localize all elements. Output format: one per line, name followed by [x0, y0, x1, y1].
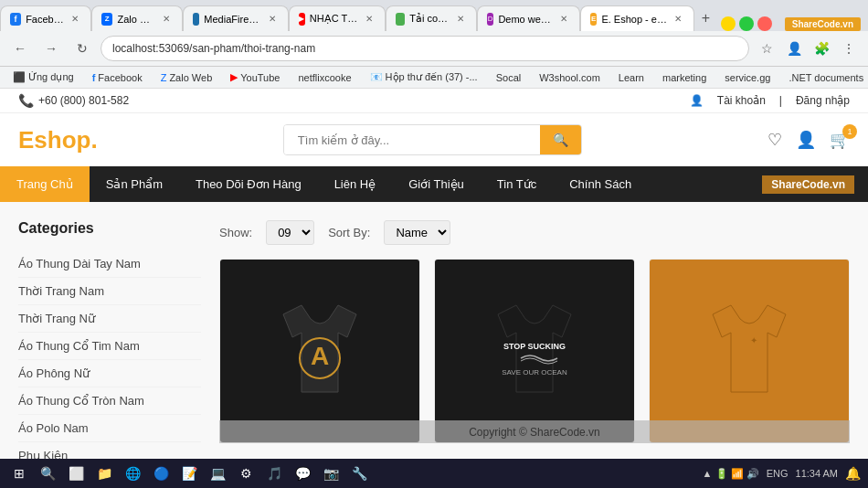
- profile-button[interactable]: 👤: [782, 37, 806, 60]
- maximize-button[interactable]: [739, 16, 754, 31]
- sidebar-item-aopolonam[interactable]: Áo Polo Nam: [18, 415, 201, 442]
- cart-icon[interactable]: 🛒 1: [830, 130, 850, 150]
- tab-eshop[interactable]: E E. Eshop - eCommerce H... ✕: [580, 5, 694, 31]
- tab-taicode-close[interactable]: ✕: [454, 13, 467, 25]
- sidebar-item-thoitrangnam[interactable]: Thời Trang Nam: [18, 278, 201, 305]
- main-nav: Trang Chủ Sản Phẩm Theo Dõi Đơn Hàng Liê…: [0, 166, 868, 202]
- product-card-1[interactable]: A: [219, 259, 420, 443]
- reload-button[interactable]: ↻: [69, 36, 95, 61]
- tab-facebook[interactable]: f Facebook ✕: [0, 5, 91, 31]
- close-button[interactable]: [757, 16, 772, 31]
- site-logo[interactable]: Eshop.: [18, 126, 98, 154]
- bookmark-netdocs[interactable]: .NET documents: [783, 70, 868, 85]
- product-card-3[interactable]: ✦: [649, 259, 850, 443]
- menu-button[interactable]: ⋮: [837, 37, 861, 60]
- sidebar-item-aothungcotronnam[interactable]: Áo Thung Cổ Tròn Nam: [18, 387, 201, 415]
- taskbar-chrome[interactable]: 🔵: [149, 461, 173, 485]
- nav-tintuc-label: Tin Tức: [497, 177, 536, 191]
- bookmark-facebook[interactable]: f Facebook: [87, 70, 148, 85]
- bookmark-gmail-label: Hộp thư đến (37) -...: [386, 71, 478, 83]
- nav-item-tintuc[interactable]: Tin Tức: [481, 166, 553, 202]
- taskbar-vscode[interactable]: 📝: [177, 461, 201, 485]
- tab-taicodelne[interactable]: Tải code lên ✕: [386, 5, 477, 31]
- taskbar-app1[interactable]: ⚙: [234, 461, 258, 485]
- tab-zalo-close[interactable]: ✕: [160, 13, 173, 25]
- bookmark-zalo-label: Zalo Web: [169, 72, 212, 83]
- bookmark-zalo[interactable]: Z Zalo Web: [155, 70, 218, 85]
- nav-sanpham-label: Sản Phẩm: [106, 177, 163, 191]
- login-link[interactable]: Đăng nhập: [796, 94, 850, 107]
- site-header: Eshop. 🔍 ♡ 👤 🛒 1: [0, 113, 868, 166]
- taskbar-edge[interactable]: 🌐: [121, 461, 144, 485]
- products-area: Show: 09 Sort By: Name: [219, 220, 850, 488]
- bookmark-gmail[interactable]: 📧 Hộp thư đến (37) -...: [365, 69, 483, 85]
- nav-item-theodoidonhang[interactable]: Theo Dõi Đơn Hàng: [179, 166, 318, 202]
- sidebar-item-thoitrangnu[interactable]: Thời Trang Nữ: [18, 305, 201, 333]
- bookmark-ungdung[interactable]: ⬛ Ứng dụng: [7, 69, 79, 85]
- search-input[interactable]: [284, 125, 540, 154]
- nav-lienhe-label: Liên Hệ: [334, 177, 376, 191]
- bookmark-netdocs-label: .NET documents: [789, 72, 863, 83]
- wishlist-icon[interactable]: ♡: [767, 130, 782, 150]
- notification-button[interactable]: 🔔: [845, 466, 861, 481]
- nav-theodoidonhang-label: Theo Dõi Đơn Hàng: [196, 177, 302, 191]
- bookmark-ungdung-label: Ứng dụng: [28, 71, 74, 83]
- bookmark-netflix[interactable]: netflixcooke: [292, 70, 356, 85]
- tab-mediafire[interactable]: MediaFire - File sharin... ✕: [183, 5, 289, 31]
- tab-zalo[interactable]: Z Zalo Web ✕: [91, 5, 183, 31]
- taskbar-app4[interactable]: 📷: [319, 461, 343, 485]
- tab-facebook-close[interactable]: ✕: [69, 13, 81, 25]
- search-taskbar-button[interactable]: 🔍: [36, 461, 59, 485]
- eshop-favicon: E: [590, 13, 597, 26]
- nav-item-trangchu[interactable]: Trang Chủ: [0, 166, 90, 202]
- forward-button[interactable]: →: [38, 36, 64, 61]
- bookmark-learn[interactable]: Learn: [613, 70, 650, 85]
- search-button[interactable]: 🔍: [540, 125, 581, 154]
- sidebar-item-aothungdaitaynam[interactable]: Áo Thung Dài Tay Nam: [18, 250, 201, 278]
- nav-item-lienhe[interactable]: Liên Hệ: [318, 166, 393, 202]
- address-bar[interactable]: localhost:53069/san-pham/thoi-trang-nam: [101, 36, 749, 61]
- sidebar-item-aophongnu[interactable]: Áo Phông Nữ: [18, 360, 201, 387]
- bookmark-star-button[interactable]: ☆: [755, 37, 778, 60]
- tab-eshop-close[interactable]: ✕: [672, 13, 684, 25]
- taskbar-terminal[interactable]: 💻: [206, 461, 229, 485]
- bookmark-servicegg[interactable]: service.gg: [719, 70, 776, 85]
- sharecode-top-logo: ShareCode.vn: [785, 17, 861, 31]
- tab-demo[interactable]: D Demo website ASP N... ✕: [477, 5, 580, 31]
- tab-nhactreremix-close[interactable]: ✕: [363, 13, 376, 25]
- bookmark-w3school[interactable]: W3shool.com: [534, 70, 606, 85]
- back-button[interactable]: ←: [7, 36, 33, 61]
- nav-item-sanpham[interactable]: Sản Phẩm: [90, 166, 179, 202]
- main-content: Categories Áo Thung Dài Tay Nam Thời Tra…: [0, 202, 868, 488]
- taskview-button[interactable]: ⬜: [64, 461, 88, 485]
- header-icons: ♡ 👤 🛒 1: [767, 130, 850, 150]
- sidebar-item-aothungcotimnam[interactable]: Áo Thung Cổ Tim Nam: [18, 333, 201, 360]
- minimize-button[interactable]: [721, 16, 736, 31]
- phone-icon: 📞: [18, 93, 34, 108]
- nav-chinhsach-label: Chính Sách: [569, 177, 631, 191]
- account-link[interactable]: Tài khoản: [717, 94, 766, 107]
- product-card-2[interactable]: STOP SUCKING SAVE OUR OCEAN: [434, 259, 635, 443]
- tab-demo-close[interactable]: ✕: [557, 13, 570, 25]
- bookmark-w3school-label: W3shool.com: [539, 72, 600, 83]
- taskbar-file-explorer[interactable]: 📁: [92, 461, 116, 485]
- tab-nhactreremix[interactable]: ▶ NHẠC TRẺ REMIX... ✕: [289, 5, 386, 31]
- show-select[interactable]: 09: [266, 220, 314, 245]
- taskbar-app2[interactable]: 🎵: [262, 461, 286, 485]
- tab-mediafire-close[interactable]: ✕: [266, 13, 279, 25]
- bookmark-socal[interactable]: Socal: [491, 70, 527, 85]
- taskbar-app3[interactable]: 💬: [291, 461, 314, 485]
- sort-select[interactable]: Name: [384, 220, 450, 245]
- tab-demo-title: Demo website ASP N...: [498, 14, 553, 25]
- bookmark-marketing[interactable]: marketing: [657, 70, 712, 85]
- new-tab-button[interactable]: +: [698, 5, 714, 31]
- start-button[interactable]: ⊞: [7, 461, 31, 485]
- nav-item-gioithieu[interactable]: Giới Thiệu: [392, 166, 481, 202]
- demo-favicon: D: [487, 13, 493, 26]
- bookmark-youtube[interactable]: ▶ YouTube: [225, 69, 285, 85]
- tab-eshop-title: E. Eshop - eCommerce H...: [601, 14, 667, 25]
- nav-item-chinhsach[interactable]: Chính Sách: [553, 166, 648, 202]
- extensions-button[interactable]: 🧩: [810, 37, 833, 60]
- taskbar-app5[interactable]: 🔧: [347, 461, 371, 485]
- user-account-icon[interactable]: 👤: [796, 130, 816, 150]
